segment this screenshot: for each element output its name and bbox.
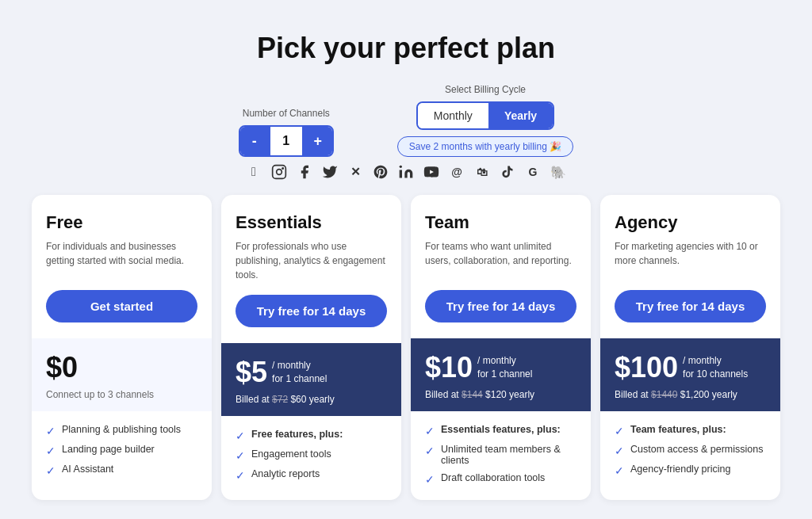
- plan-features-free: ✓ Planning & publishing tools ✓ Landing …: [32, 411, 212, 477]
- feature-label: AI Assistant: [62, 464, 113, 475]
- billed-text: Billed at: [425, 389, 462, 400]
- plan-name-free: Free: [46, 212, 197, 233]
- feature-item: ✓ Planning & publishing tools: [46, 424, 197, 437]
- price-billed-free: Connect up to 3 channels: [46, 389, 197, 400]
- check-icon: ✓: [236, 449, 245, 462]
- feature-label: Essentials features, plus:: [441, 424, 561, 435]
- price-new-essentials: $60 yearly: [290, 394, 334, 405]
- plan-features-agency: ✓ Team features, plus: ✓ Custom access &…: [600, 411, 780, 477]
- linkedin-icon: [397, 163, 415, 181]
- svg-rect-3: [400, 170, 402, 178]
- twitter-icon: [321, 163, 339, 181]
- price-period-agency: / monthlyfor 10 channels: [683, 354, 748, 381]
- feature-item: ✓ Free features, plus:: [236, 429, 387, 442]
- feature-label: Engagement tools: [251, 448, 331, 460]
- price-amount-free: $0: [46, 351, 78, 384]
- plan-card-free: Free For individuals and businesses gett…: [32, 195, 212, 500]
- plan-price-free: $0 Connect up to 3 channels: [32, 338, 212, 411]
- instagram-icon: ︎: [245, 163, 262, 181]
- billed-text: Billed at: [615, 389, 651, 400]
- check-icon: ✓: [236, 469, 245, 482]
- feature-item: ✓ Agency-friendly pricing: [615, 464, 766, 477]
- price-new-agency: $1,200 yearly: [680, 389, 737, 400]
- price-new-team: $120 yearly: [485, 389, 534, 400]
- plan-card-agency: Agency For marketing agencies with 10 or…: [600, 195, 780, 500]
- feature-item: ✓ Draft collaboration tools: [425, 472, 576, 486]
- tiktok-icon: [499, 163, 516, 181]
- check-icon: ✓: [425, 473, 435, 486]
- page-wrapper: Pick your perfect plan Number of Channel…: [16, 16, 796, 519]
- google-icon: G: [524, 163, 542, 181]
- price-period-team: / monthlyfor 1 channel: [477, 354, 532, 381]
- feature-label: Custom access & permissions: [630, 444, 763, 455]
- channel-value: 1: [269, 127, 304, 155]
- social-icons-row: ︎ ✕: [32, 163, 780, 181]
- billing-label: Select Billing Cycle: [445, 84, 526, 95]
- plan-card-team: Team For teams who want unlimited users,…: [411, 195, 591, 500]
- price-amount-agency: $100: [615, 351, 678, 384]
- check-icon: ✓: [425, 445, 435, 457]
- decrement-button[interactable]: -: [240, 127, 269, 155]
- shopify-icon: 🛍: [473, 163, 491, 181]
- svg-rect-0: [273, 166, 286, 179]
- pinterest-icon: [372, 163, 389, 181]
- feature-label: Analytic reports: [251, 468, 320, 479]
- plan-cta-agency[interactable]: Try free for 14 days: [615, 290, 766, 322]
- billing-control-group: Select Billing Cycle Monthly Yearly Save…: [397, 84, 573, 157]
- check-icon: ✓: [46, 425, 56, 437]
- check-icon: ✓: [615, 464, 624, 477]
- feature-item: ✓ Engagement tools: [236, 448, 387, 462]
- save-badge: Save 2 months with yearly billing 🎉: [397, 136, 573, 157]
- channel-label: Number of Channels: [243, 108, 330, 119]
- price-billed-agency: Billed at $1440 $1,200 yearly: [615, 389, 766, 400]
- svg-point-1: [277, 170, 282, 175]
- threads-icon: @: [448, 163, 465, 181]
- price-original-agency: $1440: [651, 389, 677, 400]
- channel-counter: - 1 +: [239, 125, 334, 157]
- feature-item: ✓ Analytic reports: [236, 468, 387, 482]
- svg-point-2: [282, 168, 283, 169]
- mastodon-icon: 🐘: [550, 163, 567, 181]
- billing-toggle: Monthly Yearly: [416, 101, 554, 130]
- plan-desc-free: For individuals and businesses getting s…: [46, 239, 197, 277]
- price-original-team: $144: [462, 389, 483, 400]
- monthly-button[interactable]: Monthly: [418, 103, 488, 128]
- feature-item: ✓ Unlimited team members & clients: [425, 444, 576, 466]
- check-icon: ✓: [615, 425, 624, 437]
- plans-grid: Free For individuals and businesses gett…: [32, 195, 780, 500]
- facebook-icon: [296, 163, 313, 181]
- channel-control-group: Number of Channels - 1 +: [239, 108, 334, 157]
- plan-cta-team[interactable]: Try free for 14 days: [425, 290, 576, 322]
- price-period-essentials: / monthlyfor 1 channel: [272, 359, 327, 386]
- price-billed-essentials: Billed at $72 $60 yearly: [236, 394, 387, 405]
- instagram-icon: [270, 163, 288, 181]
- plan-features-essentials: ✓ Free features, plus: ✓ Engagement tool…: [221, 416, 401, 482]
- plan-name-agency: Agency: [615, 212, 766, 233]
- check-icon: ✓: [615, 445, 624, 457]
- billed-text: Billed at: [236, 394, 272, 405]
- feature-label: Landing page builder: [62, 444, 155, 455]
- feature-item: ✓ Team features, plus:: [615, 424, 766, 437]
- price-original-essentials: $72: [272, 394, 288, 405]
- plan-cta-free[interactable]: Get started: [46, 290, 197, 322]
- feature-label: Draft collaboration tools: [441, 472, 545, 483]
- check-icon: ✓: [236, 429, 245, 442]
- plan-price-team: $10 / monthlyfor 1 channel Billed at $14…: [411, 338, 591, 411]
- feature-item: ✓ Landing page builder: [46, 444, 197, 457]
- billing-toggle-row: Monthly Yearly: [416, 101, 554, 130]
- plan-desc-agency: For marketing agencies with 10 or more c…: [615, 239, 766, 277]
- check-icon: ✓: [46, 464, 56, 477]
- page-title: Pick your perfect plan: [32, 32, 780, 65]
- plan-name-essentials: Essentials: [236, 212, 387, 233]
- yearly-button[interactable]: Yearly: [488, 103, 553, 128]
- feature-label: Unlimited team members & clients: [441, 444, 576, 466]
- plan-cta-essentials[interactable]: Try free for 14 days: [236, 295, 387, 327]
- feature-label: Agency-friendly pricing: [630, 464, 730, 475]
- youtube-icon: [423, 163, 440, 181]
- plan-card-essentials: Essentials For professionals who use pub…: [221, 195, 401, 500]
- plan-features-team: ✓ Essentials features, plus: ✓ Unlimited…: [411, 411, 591, 486]
- check-icon: ✓: [425, 425, 435, 437]
- plan-name-team: Team: [425, 212, 576, 233]
- increment-button[interactable]: +: [304, 127, 332, 155]
- price-billed-team: Billed at $144 $120 yearly: [425, 389, 576, 400]
